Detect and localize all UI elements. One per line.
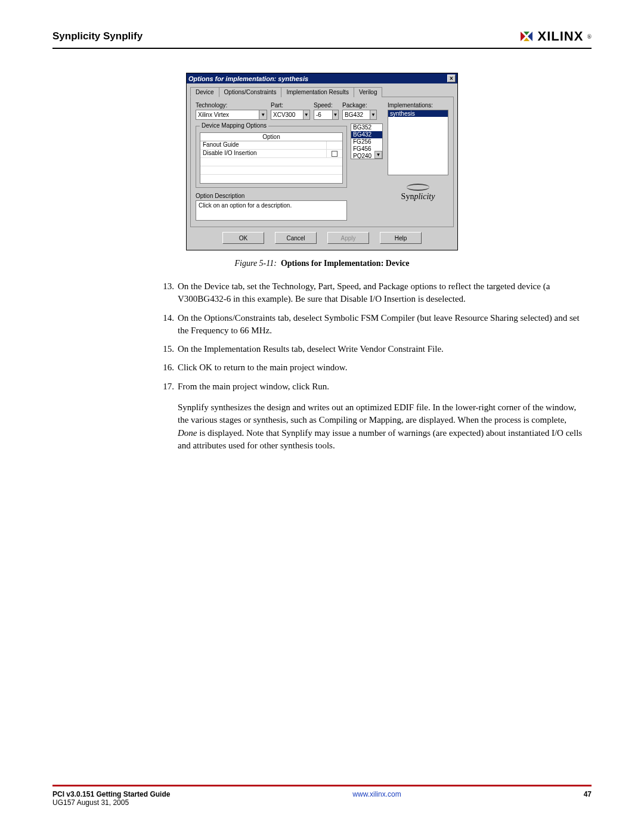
list-item[interactable]: BG352 [351,124,382,131]
logo-prefix: Syn [401,192,414,201]
logo-text: XILINX [537,29,583,44]
synplicity-logo: Synplicity [388,184,448,202]
chevron-down-icon[interactable]: ▼ [370,110,376,119]
chevron-down-icon[interactable]: ▼ [374,151,382,159]
part-label: Part: [271,102,310,109]
logo-mark-icon [519,30,534,42]
chevron-down-icon[interactable]: ▼ [259,110,267,119]
part-combo[interactable]: ▼ [271,110,310,120]
list-item[interactable]: synthesis [388,110,448,117]
package-label: Package: [342,102,377,109]
part-input[interactable] [271,110,303,119]
dialog-title: Options for implementation: synthesis [188,75,308,82]
option-description-box: Click on an option for a description. [196,200,347,221]
dialog-tabs: Device Options/Constraints Implementatio… [190,87,454,97]
list-item: 17.From the main project window, click R… [160,380,586,393]
list-item: 15.On the Implementation Results tab, de… [160,343,586,355]
device-mapping-legend: Device Mapping Options [200,122,268,129]
registered-mark: ® [587,33,592,40]
options-dialog: Options for implementation: synthesis × … [186,73,458,250]
figure-caption: Figure 5-11: Options for Implementation:… [52,259,592,268]
option-column-header: Option [200,133,342,141]
dialog-titlebar: Options for implementation: synthesis × [187,73,457,83]
footer-left: PCI v3.0.151 Getting Started Guide UG157… [52,790,170,807]
implementations-list[interactable]: synthesis [388,110,448,175]
device-mapping-group: Device Mapping Options Option Fanout Gui… [196,126,347,188]
checkbox-icon[interactable] [332,151,338,157]
list-item: 14.On the Options/Constraints tab, desel… [160,312,586,337]
dialog-button-row: OK Cancel Apply Help [187,227,457,250]
doc-title: PCI v3.0.151 Getting Started Guide [52,790,170,798]
technology-input[interactable] [196,110,259,119]
tab-device[interactable]: Device [190,87,219,97]
page-header: Synplicity Synplify XILINX ® [52,29,592,49]
implementations-label: Implementations: [388,102,448,109]
apply-button[interactable]: Apply [327,232,369,244]
speed-input[interactable] [314,110,332,119]
xilinx-logo: XILINX ® [519,29,592,44]
chevron-down-icon[interactable]: ▼ [332,110,338,119]
list-item[interactable]: FG256 [351,138,382,145]
package-combo[interactable]: ▼ [342,110,377,120]
tab-options-constraints[interactable]: Options/Constraints [219,87,282,97]
options-table: Option Fanout Guide Disable I/O Insertio… [200,132,343,184]
cancel-button[interactable]: Cancel [275,232,317,244]
package-listbox[interactable]: BG352 BG432 FG256 FG456 PQ240 ▼ [351,123,383,159]
option-description-label: Option Description [196,193,347,199]
list-item: 13.On the Device tab, set the Technology… [160,280,586,306]
section-title: Synplicity Synplify [52,30,143,42]
dialog-figure: Options for implementation: synthesis × … [52,73,592,250]
logo-suffix: plicity [414,192,435,201]
footer-link[interactable]: www.xilinx.com [170,790,583,798]
list-item: 16.Click OK to return to the main projec… [160,361,586,374]
page-footer: PCI v3.0.151 Getting Started Guide UG157… [52,785,592,807]
page-number: 47 [584,790,592,798]
swoosh-icon [407,184,429,191]
package-input[interactable] [343,110,370,119]
tab-verilog[interactable]: Verilog [354,87,383,97]
doc-subtitle: UG157 August 31, 2005 [52,798,170,807]
ok-button[interactable]: OK [222,232,264,244]
option-name: Fanout Guide [200,141,327,149]
option-description-section: Option Description Click on an option fo… [196,193,347,221]
chevron-down-icon[interactable]: ▼ [303,110,309,119]
list-item[interactable]: BG432 [351,131,382,138]
speed-label: Speed: [314,102,339,109]
figure-title: Options for Implementation: Device [281,259,410,268]
table-row[interactable]: Disable I/O Insertion [200,150,342,158]
option-name: Disable I/O Insertion [200,150,327,157]
tab-implementation-results[interactable]: Implementation Results [281,87,354,97]
speed-combo[interactable]: ▼ [314,110,339,120]
instruction-list: 13.On the Device tab, set the Technology… [160,280,586,452]
close-icon[interactable]: × [447,75,456,82]
technology-combo[interactable]: ▼ [196,110,267,120]
technology-label: Technology: [196,102,267,109]
figure-number: Figure 5-11: [235,259,277,268]
help-button[interactable]: Help [380,232,422,244]
dialog-body: Technology: ▼ Part: ▼ [190,97,454,227]
done-term: Done [178,428,197,438]
table-row[interactable]: Fanout Guide [200,141,342,150]
continuation-paragraph: Synplify synthesizes the design and writ… [160,399,586,452]
